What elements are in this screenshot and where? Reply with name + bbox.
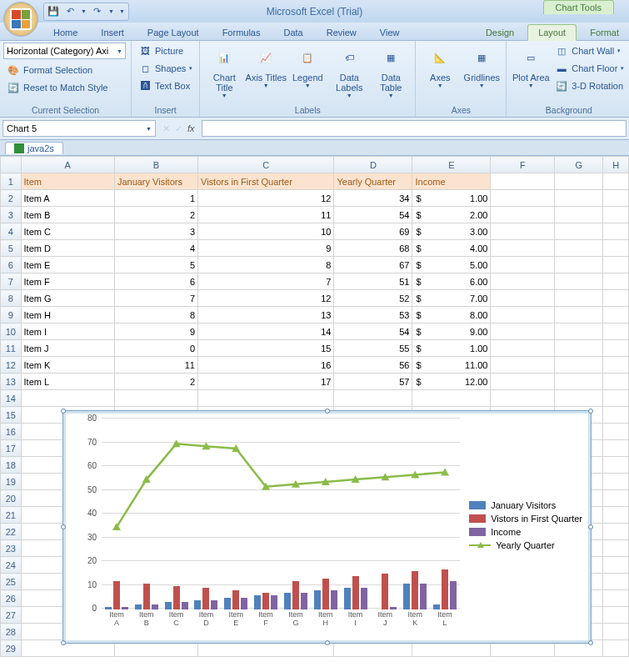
tab-home[interactable]: Home bbox=[43, 25, 87, 40]
tab-page-layout[interactable]: Page Layout bbox=[137, 25, 209, 40]
cell[interactable]: Item J bbox=[21, 340, 114, 357]
cell[interactable] bbox=[491, 290, 555, 307]
cell[interactable]: 11 bbox=[198, 207, 334, 223]
cell[interactable] bbox=[21, 390, 114, 407]
cell[interactable]: Item G bbox=[21, 290, 114, 307]
cell[interactable]: 57 bbox=[334, 374, 412, 390]
axes-button[interactable]: 📐Axes▼ bbox=[419, 43, 461, 91]
picture-button[interactable]: 🖼Picture bbox=[135, 43, 196, 59]
row-header[interactable]: 29 bbox=[1, 640, 22, 657]
cell[interactable]: 2 bbox=[114, 207, 197, 223]
cell[interactable]: 54 bbox=[334, 323, 412, 340]
cell[interactable] bbox=[491, 257, 555, 273]
cell[interactable]: 51 bbox=[334, 273, 412, 290]
cell[interactable]: 2 bbox=[114, 374, 197, 390]
row-header[interactable]: 8 bbox=[1, 290, 22, 307]
cell[interactable]: Item F bbox=[21, 273, 114, 290]
row-header[interactable]: 16 bbox=[1, 424, 22, 440]
qat-customize-icon[interactable]: ▼ bbox=[119, 8, 125, 14]
cell[interactable] bbox=[491, 273, 555, 290]
gridlines-button[interactable]: ▦Gridlines▼ bbox=[461, 43, 502, 91]
cell[interactable]: 15 bbox=[198, 340, 334, 357]
row-header[interactable]: 19 bbox=[1, 474, 22, 490]
cell[interactable] bbox=[603, 323, 629, 340]
name-box[interactable]: Chart 5 ▼ bbox=[2, 120, 156, 137]
cell[interactable] bbox=[555, 273, 603, 290]
undo-dropdown-icon[interactable]: ▼ bbox=[81, 8, 87, 14]
cell[interactable]: 7.00 bbox=[412, 290, 491, 307]
cell[interactable] bbox=[603, 557, 629, 574]
row-header[interactable]: 9 bbox=[1, 307, 22, 323]
chart-line-series[interactable] bbox=[102, 418, 460, 608]
cell[interactable] bbox=[603, 374, 629, 390]
cell[interactable] bbox=[603, 490, 629, 507]
row-header[interactable]: 21 bbox=[1, 507, 22, 524]
cell[interactable]: 5.00 bbox=[412, 257, 491, 273]
enter-icon[interactable]: ✓ bbox=[175, 123, 182, 134]
cell[interactable] bbox=[555, 240, 603, 257]
row-header[interactable]: 26 bbox=[1, 590, 22, 607]
tab-review[interactable]: Review bbox=[317, 25, 367, 40]
text-box-button[interactable]: 🅰Text Box bbox=[135, 78, 196, 94]
chart-plot-area[interactable] bbox=[102, 418, 460, 609]
cell[interactable] bbox=[603, 240, 629, 257]
row-header[interactable]: 15 bbox=[1, 407, 22, 424]
row-header[interactable]: 17 bbox=[1, 440, 22, 457]
cell[interactable] bbox=[491, 240, 555, 257]
axis-titles-button[interactable]: 📈Axis Titles▼ bbox=[245, 43, 287, 91]
row-header[interactable]: 22 bbox=[1, 524, 22, 540]
cell[interactable] bbox=[603, 424, 629, 440]
cell[interactable]: 6.00 bbox=[412, 273, 491, 290]
tab-formulas[interactable]: Formulas bbox=[212, 25, 271, 40]
tab-design[interactable]: Design bbox=[476, 25, 524, 40]
redo-icon[interactable]: ↷ bbox=[92, 6, 103, 18]
cell[interactable]: 8 bbox=[114, 307, 197, 323]
cell[interactable] bbox=[603, 357, 629, 374]
row-header[interactable]: 24 bbox=[1, 557, 22, 574]
cell[interactable]: 8.00 bbox=[412, 307, 491, 323]
cell[interactable] bbox=[603, 223, 629, 240]
cell[interactable]: 3.00 bbox=[412, 223, 491, 240]
cell[interactable]: Item K bbox=[21, 357, 114, 374]
cell[interactable]: Item bbox=[21, 173, 114, 190]
formula-input[interactable] bbox=[202, 120, 627, 137]
cell[interactable] bbox=[555, 323, 603, 340]
row-header[interactable]: 10 bbox=[1, 323, 22, 340]
cell[interactable]: Item I bbox=[21, 323, 114, 340]
column-header[interactable]: C bbox=[198, 157, 334, 173]
cell[interactable] bbox=[491, 357, 555, 374]
cell[interactable]: 1.00 bbox=[412, 190, 491, 207]
cell[interactable]: 11 bbox=[114, 357, 197, 374]
cell[interactable] bbox=[555, 390, 603, 407]
cell[interactable] bbox=[603, 624, 629, 640]
cell[interactable] bbox=[603, 190, 629, 207]
column-header[interactable]: B bbox=[114, 157, 197, 173]
column-header[interactable]: E bbox=[412, 157, 491, 173]
resize-handle[interactable] bbox=[588, 409, 593, 414]
resize-handle[interactable] bbox=[588, 524, 593, 529]
cell[interactable] bbox=[555, 190, 603, 207]
undo-icon[interactable]: ↶ bbox=[64, 6, 76, 18]
tab-insert[interactable]: Insert bbox=[91, 25, 134, 40]
cell[interactable] bbox=[603, 290, 629, 307]
cell[interactable] bbox=[603, 307, 629, 323]
cell[interactable] bbox=[603, 173, 629, 190]
row-header[interactable]: 20 bbox=[1, 490, 22, 507]
row-header[interactable]: 12 bbox=[1, 357, 22, 374]
chart-y-axis[interactable]: 01020304050607080 bbox=[72, 418, 100, 608]
cell[interactable]: 11.00 bbox=[412, 357, 491, 374]
cell[interactable]: 0 bbox=[114, 340, 197, 357]
row-header[interactable]: 3 bbox=[1, 207, 22, 223]
cell[interactable]: 7 bbox=[198, 273, 334, 290]
cell[interactable]: 12 bbox=[198, 290, 334, 307]
cell[interactable] bbox=[114, 390, 197, 407]
cell[interactable] bbox=[603, 474, 629, 490]
resize-handle[interactable] bbox=[61, 409, 66, 414]
cell[interactable] bbox=[491, 374, 555, 390]
chart-element-combo[interactable]: Horizontal (Category) Axi ▼ bbox=[3, 43, 126, 59]
data-table-button[interactable]: ▦Data Table▼ bbox=[370, 43, 412, 101]
cell[interactable] bbox=[603, 574, 629, 590]
tab-format[interactable]: Format bbox=[580, 25, 629, 40]
row-header[interactable]: 27 bbox=[1, 607, 22, 624]
row-header[interactable]: 14 bbox=[1, 390, 22, 407]
